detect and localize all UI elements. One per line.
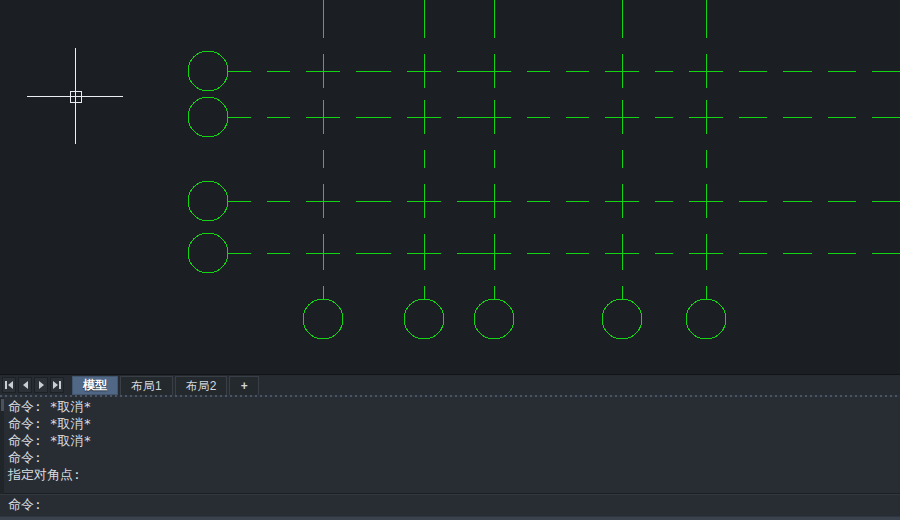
tab-nav-last-button[interactable]	[50, 377, 64, 393]
crosshair-cursor	[27, 48, 123, 144]
layout-tabs: 模型布局1布局2+	[72, 375, 259, 395]
command-input-line[interactable]: 命令:	[0, 494, 900, 516]
grid-bubble-bottom[interactable]	[474, 299, 514, 339]
grid-bubble-bottom[interactable]	[303, 299, 343, 339]
tab-布局1[interactable]: 布局1	[120, 376, 173, 395]
new-layout-tab-button[interactable]: +	[229, 376, 259, 395]
layout-tab-bar: 模型布局1布局2+	[0, 374, 900, 395]
command-scrollbar-thumb[interactable]	[1, 399, 4, 411]
tab-布局2[interactable]: 布局2	[175, 376, 228, 395]
command-history-line: 命令: *取消*	[8, 398, 894, 415]
grid-bubble-left[interactable]	[188, 181, 228, 221]
skip-first-icon	[8, 381, 13, 389]
skip-first-icon	[5, 381, 7, 389]
grid-bubble-left[interactable]	[188, 97, 228, 137]
skip-last-icon	[59, 381, 61, 389]
tab-nav-next-button[interactable]	[34, 377, 48, 393]
grid-bubble-left[interactable]	[188, 233, 228, 273]
model-space-drawing	[0, 0, 900, 374]
command-history-line: 指定对角点:	[8, 466, 894, 483]
command-window-bottom-edge	[0, 516, 900, 520]
grid-bubble-left[interactable]	[188, 51, 228, 91]
tab-nav-prev-button[interactable]	[18, 377, 32, 393]
grid-bubble-bottom[interactable]	[686, 299, 726, 339]
command-line-window[interactable]: 命令: *取消*命令: *取消*命令: *取消*命令:指定对角点: 命令:	[0, 397, 900, 520]
grid-bubble-bottom[interactable]	[404, 299, 444, 339]
drawing-canvas[interactable]	[0, 0, 900, 374]
cad-application-window: 模型布局1布局2+ 命令: *取消*命令: *取消*命令: *取消*命令:指定对…	[0, 0, 900, 520]
command-history-line: 命令: *取消*	[8, 415, 894, 432]
skip-last-icon	[53, 381, 58, 389]
grid-bubble-bottom[interactable]	[602, 299, 642, 339]
command-history-line: 命令: *取消*	[8, 432, 894, 449]
next-tab-icon	[39, 381, 44, 389]
tab-模型[interactable]: 模型	[72, 376, 118, 395]
tab-nav-first-button[interactable]	[2, 377, 16, 393]
command-history: 命令: *取消*命令: *取消*命令: *取消*命令:指定对角点:	[0, 397, 900, 493]
command-scrollbar[interactable]	[0, 398, 4, 494]
command-history-line: 命令:	[8, 449, 894, 466]
prev-tab-icon	[23, 381, 28, 389]
